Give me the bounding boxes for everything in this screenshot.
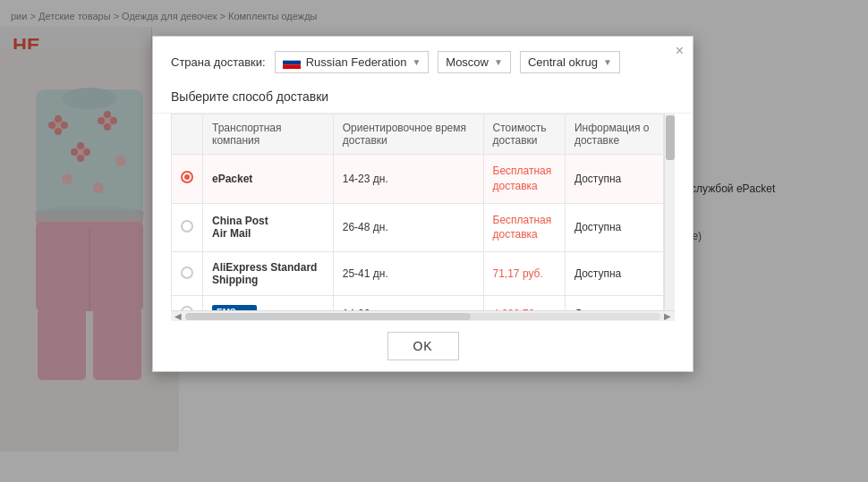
table-container: Транспортнаякомпания Ориентировочное вре… — [171, 114, 675, 310]
country-name: Russian Federation — [306, 55, 407, 69]
svg-rect-28 — [283, 64, 301, 69]
scroll-left-arrow[interactable]: ◀ — [171, 311, 185, 321]
svg-rect-27 — [283, 60, 301, 64]
cost-cell: Бесплатнаядоставка — [483, 155, 565, 204]
table-row[interactable]: China PostAir Mail 26-48 дн. Бесплатнаяд… — [172, 203, 675, 252]
cost-cell: 71,17 руб. — [483, 252, 565, 296]
scrollbar-thumb — [666, 115, 675, 160]
modal-footer: OK — [153, 321, 693, 371]
info-cell: Д... — [565, 296, 663, 310]
table-row[interactable]: AliExpress StandardShipping 25-41 дн. 71… — [172, 252, 675, 296]
col-info: Информация одоставке — [565, 114, 663, 155]
time-cell: 14-26 — [333, 296, 483, 310]
modal-title: Выберите способ доставки — [153, 82, 693, 114]
h-scroll-track[interactable] — [185, 313, 660, 320]
radio-cell[interactable] — [172, 252, 203, 296]
region-name: Central okrug — [528, 55, 598, 69]
col-radio — [172, 114, 203, 155]
col-company: Транспортнаякомпания — [203, 114, 334, 155]
table-header-row: Транспортнаякомпания Ориентировочное вре… — [172, 114, 675, 155]
cost-cell: Бесплатнаядоставка — [483, 203, 565, 252]
country-dropdown-arrow: ▼ — [412, 57, 421, 67]
table-row[interactable]: ePacket 14-23 дн. Бесплатнаядоставка Дос… — [172, 155, 675, 204]
shipping-table-wrapper: Транспортнаякомпания Ориентировочное вре… — [153, 114, 693, 321]
radio-chinapost[interactable] — [181, 220, 193, 233]
modal-close-btn[interactable]: × — [676, 44, 684, 58]
shipping-country-label: Страна доставки: — [171, 55, 266, 69]
table-scroll-area[interactable]: Транспортнаякомпания Ориентировочное вре… — [153, 114, 693, 310]
company-cell: AliExpress StandardShipping — [203, 252, 334, 296]
country-selector[interactable]: Russian Federation ▼ — [275, 51, 430, 73]
h-scroll-thumb — [185, 313, 471, 320]
city-dropdown-arrow: ▼ — [494, 57, 503, 67]
col-cost: Стоимостьдоставки — [483, 114, 565, 155]
company-cell: EMS — [203, 296, 334, 310]
info-cell: Доступна — [565, 252, 663, 296]
time-cell: 25-41 дн. — [333, 252, 483, 296]
city-name: Moscow — [446, 55, 489, 69]
info-cell: Доступна — [565, 155, 663, 204]
time-cell: 26-48 дн. — [333, 203, 483, 252]
cost-cell: 4 626,76... — [483, 296, 565, 310]
info-cell: Доступна — [565, 203, 663, 252]
russian-flag-icon — [283, 56, 301, 69]
col-time: Ориентировочное времядоставки — [333, 114, 483, 155]
region-selector[interactable]: Central okrug ▼ — [520, 51, 620, 73]
svg-rect-26 — [283, 56, 301, 61]
company-cell: China PostAir Mail — [203, 203, 334, 252]
shipping-options-table: Транспортнаякомпания Ориентировочное вре… — [171, 114, 675, 310]
company-cell: ePacket — [203, 155, 334, 204]
scroll-track-cell — [664, 155, 675, 204]
horizontal-scrollbar[interactable]: ◀ ▶ — [171, 310, 675, 321]
time-cell: 14-23 дн. — [333, 155, 483, 204]
radio-cell[interactable] — [172, 296, 203, 310]
table-row[interactable]: EMS 14-26 4 626,76... Д... — [172, 296, 675, 310]
city-selector[interactable]: Moscow ▼ — [438, 51, 511, 73]
shipping-modal: × Страна доставки: Russian Federation ▼ … — [152, 36, 694, 372]
radio-aliexpress[interactable] — [181, 266, 193, 279]
scroll-right-arrow[interactable]: ▶ — [660, 311, 675, 321]
modal-header: Страна доставки: Russian Federation ▼ Mo… — [153, 37, 693, 82]
region-dropdown-arrow: ▼ — [603, 57, 612, 67]
radio-cell[interactable] — [172, 203, 203, 252]
radio-epacket[interactable] — [181, 171, 193, 183]
radio-cell[interactable] — [172, 155, 203, 204]
ok-button[interactable]: OK — [387, 332, 459, 360]
vertical-scrollbar[interactable] — [664, 114, 675, 310]
